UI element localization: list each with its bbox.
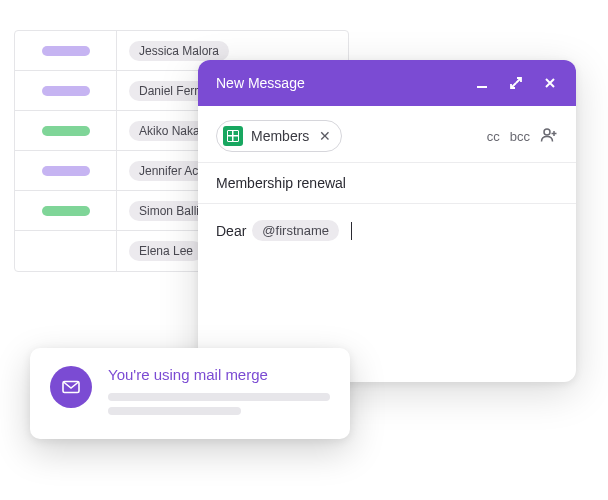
add-recipient-icon[interactable]	[540, 127, 558, 146]
toast-body: You're using mail merge	[108, 366, 330, 421]
body-text: Dear	[216, 223, 246, 239]
name-chip: Jessica Malora	[129, 41, 229, 61]
compose-title: New Message	[216, 75, 474, 91]
name-chip: Jennifer Ac	[129, 161, 208, 181]
compose-body[interactable]: Dear @firstname	[198, 204, 576, 257]
status-cell	[15, 71, 117, 110]
sheets-icon	[223, 126, 243, 146]
status-cell	[15, 191, 117, 230]
compose-window: New Message Members ✕ cc bcc Me	[198, 60, 576, 382]
bcc-button[interactable]: bcc	[510, 129, 530, 144]
status-cell	[15, 151, 117, 190]
status-pill	[42, 126, 90, 136]
text-cursor	[351, 222, 352, 240]
toast-title: You're using mail merge	[108, 366, 330, 383]
recipient-label: Members	[251, 128, 309, 144]
close-icon[interactable]	[542, 75, 558, 91]
window-controls	[474, 75, 558, 91]
minimize-icon[interactable]	[474, 75, 490, 91]
merge-variable-chip[interactable]: @firstname	[252, 220, 339, 241]
recipient-actions: cc bcc	[487, 127, 558, 146]
svg-point-1	[544, 129, 550, 135]
mail-merge-icon	[50, 366, 92, 408]
status-cell	[15, 231, 117, 271]
expand-icon[interactable]	[508, 75, 524, 91]
status-pill	[42, 46, 90, 56]
status-pill	[42, 86, 90, 96]
cc-button[interactable]: cc	[487, 129, 500, 144]
status-pill	[42, 206, 90, 216]
placeholder-line	[108, 393, 330, 401]
mail-merge-toast: You're using mail merge	[30, 348, 350, 439]
recipient-chip[interactable]: Members ✕	[216, 120, 342, 152]
status-cell	[15, 31, 117, 70]
name-chip: Elena Lee	[129, 241, 203, 261]
status-pill	[42, 166, 90, 176]
remove-chip-icon[interactable]: ✕	[319, 128, 331, 144]
placeholder-line	[108, 407, 241, 415]
recipients-row[interactable]: Members ✕ cc bcc	[198, 106, 576, 163]
compose-header: New Message	[198, 60, 576, 106]
status-cell	[15, 111, 117, 150]
name-cell: Jessica Malora	[117, 41, 348, 61]
subject-input[interactable]: Membership renewal	[198, 163, 576, 204]
name-chip: Daniel Ferr	[129, 81, 208, 101]
